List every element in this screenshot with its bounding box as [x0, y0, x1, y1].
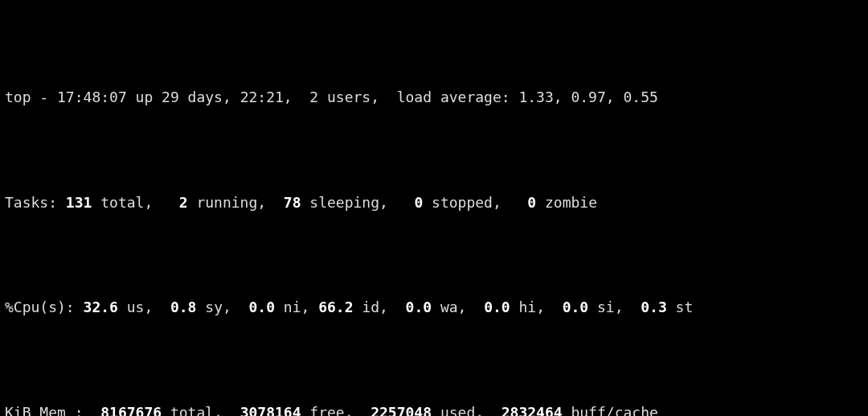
mem-total: 8167676: [100, 404, 162, 416]
label: used,: [432, 404, 502, 416]
label: st: [667, 299, 694, 315]
summary-line-cpu: %Cpu(s): 32.6 us, 0.8 sy, 0.0 ni, 66.2 i…: [5, 297, 863, 318]
uptime: 29 days, 22:21: [162, 89, 284, 105]
label: total,: [162, 404, 240, 416]
label: hi,: [510, 299, 563, 315]
summary-line-uptime: top - 17:48:07 up 29 days, 22:21, 2 user…: [5, 87, 863, 108]
tasks-running: 2: [179, 194, 188, 211]
label: wa,: [432, 299, 484, 315]
users: 2 users: [309, 89, 371, 105]
cpu-si: 0.0: [563, 299, 589, 315]
tasks-zombie: 0: [527, 194, 536, 211]
summary-line-mem: KiB Mem : 8167676 total, 3078164 free, 2…: [5, 402, 863, 416]
time: 17:48:07: [57, 89, 127, 105]
label: %Cpu(s):: [5, 299, 84, 315]
terminal-top-output[interactable]: top - 17:48:07 up 29 days, 22:21, 2 user…: [0, 0, 868, 416]
label: zombie: [536, 194, 597, 211]
label: stopped,: [423, 194, 527, 211]
label: top -: [5, 89, 57, 105]
label: sy,: [196, 299, 248, 315]
label: KiB Mem :: [5, 404, 100, 416]
label: buff/cache: [563, 404, 658, 416]
cpu-st: 0.3: [641, 299, 667, 315]
label: up: [127, 89, 162, 105]
cpu-wa: 0.0: [406, 299, 432, 315]
label: id,: [354, 299, 406, 315]
label: sleeping,: [301, 194, 415, 211]
tasks-sleeping: 78: [284, 194, 301, 211]
mem-buff: 2832464: [502, 404, 563, 416]
cpu-us: 32.6: [84, 299, 118, 315]
cpu-hi: 0.0: [484, 299, 510, 315]
tasks-stopped: 0: [414, 194, 423, 211]
label: ni,: [275, 299, 318, 315]
label: total,: [92, 194, 178, 211]
mem-used: 2257048: [371, 404, 432, 416]
label: si,: [588, 299, 641, 315]
label: free,: [301, 404, 371, 416]
label: us,: [118, 299, 170, 315]
cpu-id: 66.2: [318, 299, 353, 315]
summary-line-tasks: Tasks: 131 total, 2 running, 78 sleeping…: [5, 192, 863, 213]
label: Tasks:: [5, 194, 66, 211]
cpu-ni: 0.0: [248, 299, 275, 315]
label: running,: [188, 194, 284, 211]
label: , load average:: [371, 89, 518, 105]
mem-free: 3078164: [240, 404, 301, 416]
cpu-sy: 0.8: [170, 299, 197, 315]
load-average: 1.33, 0.97, 0.55: [518, 89, 657, 105]
label: ,: [284, 89, 310, 105]
tasks-total: 131: [66, 194, 92, 211]
